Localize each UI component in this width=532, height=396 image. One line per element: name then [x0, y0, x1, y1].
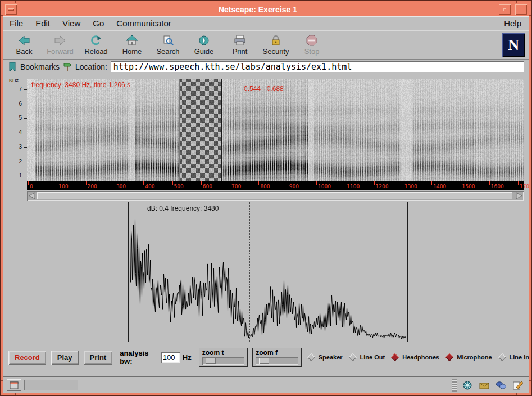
maximize-button[interactable] [515, 4, 527, 15]
location-label: Location: [75, 62, 107, 71]
time-tick-label: 600 [203, 184, 212, 189]
zoom-f-slider-thumb[interactable] [259, 358, 269, 364]
guide-button[interactable]: Guide [186, 31, 222, 58]
diamond-icon[interactable] [445, 353, 453, 361]
component-buttons [460, 379, 525, 392]
zoom-t-slider[interactable] [202, 357, 245, 365]
menu-item-edit[interactable]: Edit [35, 19, 50, 28]
security-button[interactable]: Security [258, 31, 294, 58]
time-tick-mark [57, 181, 57, 185]
mailbox-button[interactable] [476, 379, 492, 392]
time-tick-label: 1000 [318, 184, 331, 189]
status-dialog-button[interactable] [7, 379, 21, 391]
window-menu-icon [8, 8, 14, 11]
toggle-microphone[interactable]: Microphone [447, 354, 492, 361]
time-axis: 0100200300400500600700800900100011001200… [27, 181, 524, 190]
search-button[interactable]: Search [150, 31, 186, 58]
discussions-button[interactable] [493, 379, 508, 392]
spectrum-canvas[interactable] [129, 202, 407, 342]
toggle-speaker[interactable]: Speaker [308, 354, 343, 361]
scrollbar-thumb[interactable] [37, 192, 512, 199]
time-tick-label: 1600 [491, 184, 504, 189]
play-button[interactable]: Play [51, 351, 79, 365]
record-button[interactable]: Record [8, 351, 46, 365]
window-menu-button[interactable] [5, 4, 17, 15]
time-tick-label: 1500 [462, 184, 475, 189]
menu-bar: FileEditViewGoCommunicator Help [3, 16, 529, 30]
time-tick-mark [28, 181, 29, 185]
menu-item-file[interactable]: File [10, 19, 23, 28]
freq-tick-label: 1 [19, 172, 22, 179]
zoom-t-slider-thumb[interactable] [206, 358, 216, 364]
toggle-headphones[interactable]: Headphones [392, 354, 439, 361]
forward-button[interactable]: Forward [42, 31, 78, 58]
bookmark-icon[interactable] [8, 62, 17, 72]
scroll-right-arrow-icon[interactable] [515, 192, 522, 199]
frame-notch [529, 380, 531, 381]
window-title: Netscape: Exercise 1 [19, 5, 497, 14]
home-button[interactable]: Home [114, 31, 150, 58]
toggle-line-out[interactable]: Line Out [350, 354, 385, 361]
zoom-t-group: zoom t [199, 348, 248, 367]
print-button[interactable]: Print [222, 31, 258, 58]
tool-label-guide: Guide [194, 47, 214, 56]
menu-items: FileEditViewGoCommunicator [10, 19, 184, 28]
print-sound-button[interactable]: Print [84, 351, 113, 365]
component-bar-handle[interactable] [452, 379, 457, 392]
time-tick-label: 500 [174, 184, 184, 189]
back-button[interactable]: Back [6, 31, 42, 58]
time-tick-mark [143, 181, 144, 185]
diamond-icon[interactable] [391, 353, 399, 361]
zoom-f-label: zoom f [256, 349, 298, 357]
time-tick-label: 1700 [520, 184, 529, 189]
horizontal-scrollbar[interactable] [27, 191, 524, 201]
time-tick-mark [86, 181, 87, 185]
netscape-logo[interactable]: N [502, 33, 525, 57]
location-bar: Bookmarks Location: [3, 60, 529, 74]
menu-item-view[interactable]: View [62, 19, 80, 28]
time-tick-mark [431, 181, 432, 185]
time-tick-label: 800 [260, 184, 270, 189]
reload-icon [90, 34, 102, 47]
security-icon [270, 34, 281, 47]
scroll-left-arrow-icon[interactable] [28, 192, 36, 199]
home-icon [126, 34, 138, 47]
title-bar[interactable]: Netscape: Exercise 1 [3, 3, 529, 16]
freq-axis: KHz 7654321 [3, 79, 27, 190]
stop-button[interactable]: Stop [294, 31, 330, 58]
time-tick-label: 1400 [433, 184, 446, 189]
time-tick-mark [288, 181, 288, 185]
freq-tick-label: 3 [19, 144, 22, 150]
zoom-f-slider[interactable] [256, 357, 298, 365]
spectrogram-cursor-readout: frequency: 3480 Hz, time 1.206 s [31, 81, 130, 89]
minimize-button[interactable] [499, 4, 511, 15]
toolbar: BackForwardReloadHomeSearchGuidePrintSec… [3, 30, 529, 60]
bookmarks-label[interactable]: Bookmarks [20, 62, 60, 71]
time-tick-mark [518, 181, 519, 185]
frame-notch [529, 15, 531, 16]
url-input[interactable] [111, 61, 524, 72]
reload-button[interactable]: Reload [78, 31, 114, 58]
time-tick-label: 300 [116, 184, 126, 189]
time-tick-mark [316, 181, 317, 185]
freq-tick-label: 7 [19, 86, 22, 92]
analysis-bw-input[interactable] [161, 352, 180, 363]
menu-item-go[interactable]: Go [93, 19, 104, 28]
spectrum-panel: dB: 0.4 frequency: 3480 [128, 202, 408, 342]
time-tick-label: 700 [231, 184, 241, 189]
menu-item-help[interactable]: Help [504, 19, 521, 28]
menu-item-communicator[interactable]: Communicator [116, 19, 171, 28]
toggle-line-in[interactable]: Line In [499, 354, 529, 361]
frame-notch [516, 393, 517, 395]
composer-button[interactable] [510, 379, 525, 392]
time-tick-mark [489, 181, 490, 185]
waypost-icon[interactable] [63, 62, 72, 71]
browser-body: FileEditViewGoCommunicator Help BackForw… [3, 16, 529, 393]
navigator-button[interactable] [460, 379, 475, 392]
time-tick-mark [403, 181, 403, 185]
diamond-icon[interactable] [498, 353, 506, 361]
toggle-label: Line Out [360, 354, 385, 361]
diamond-icon[interactable] [349, 353, 357, 361]
spectrogram-canvas[interactable] [27, 79, 524, 181]
diamond-icon[interactable] [307, 353, 315, 361]
